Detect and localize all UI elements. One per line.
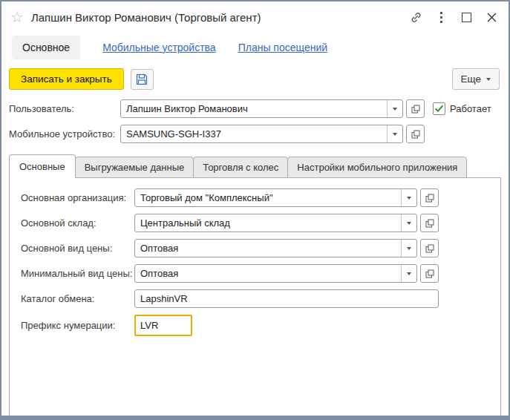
user-combo [120,99,403,118]
tab-exported-data[interactable]: Выгружаемые данные [75,157,194,178]
price-type-label: Основной вид цены: [21,243,134,254]
org-row: Основная организация: [21,188,500,207]
open-picker-icon [425,194,434,203]
open-picker-icon [425,244,434,253]
exchange-dir-input[interactable] [134,289,439,308]
min-price-type-label: Минимальный вид цены: [21,268,134,279]
device-combo [120,125,403,143]
exchange-dir-row: Каталог обмена: [21,289,500,308]
nav-item-main[interactable]: Основное [12,36,80,59]
dropdown-arrow-icon [407,247,411,250]
floppy-disk-icon [136,73,148,85]
warehouse-combo [134,214,417,232]
tab-strip: Основные Выгружаемые данные Торговля с к… [1,150,509,178]
favorite-star-icon[interactable]: ☆ [10,10,24,24]
dropdown-arrow-icon [393,133,397,136]
min-price-type-row: Минимальный вид цены: [21,264,500,283]
prefix-input[interactable] [134,315,192,336]
warehouse-row: Основной склад: [21,214,500,232]
user-picker-button[interactable] [406,99,425,118]
min-price-type-dropdown-button[interactable] [401,265,416,282]
dropdown-arrow-icon [393,108,397,111]
dropdown-arrow-icon [407,272,411,275]
more-button-label: Еще [461,73,481,85]
device-dropdown-button[interactable] [387,125,402,142]
kebab-menu-icon[interactable] [431,8,451,26]
user-label: Пользователь: [9,103,120,114]
nav-item-mobile-devices[interactable]: Мобильные устройства [102,42,216,53]
works-checkbox-box [433,102,445,115]
open-picker-icon [411,105,420,114]
org-picker-button[interactable] [420,188,439,207]
tab-van-selling[interactable]: Торговля с колес [193,157,288,178]
min-price-type-combo [134,264,417,283]
price-type-picker-button[interactable] [420,239,439,257]
device-picker-button[interactable] [406,125,425,143]
org-label: Основная организация: [21,192,134,203]
command-bar: Записать и закрыть Еще [1,65,509,96]
open-picker-icon [425,269,434,278]
org-combo [134,188,417,207]
user-dropdown-button[interactable] [387,100,402,117]
check-icon [434,104,444,114]
user-input[interactable] [121,100,387,117]
save-and-close-button[interactable]: Записать и закрыть [9,68,124,90]
dropdown-arrow-icon [407,197,411,200]
device-label: Мобильное устройство: [9,128,120,140]
user-row: Пользователь: [9,99,501,118]
dropdown-arrow-icon [407,222,411,225]
nav-bar: Основное Мобильные устройства Планы посе… [1,31,509,65]
tab-main[interactable]: Основные [9,154,76,178]
app-window: ☆ Лапшин Виктор Романович (Торговый аген… [0,0,510,420]
device-input[interactable] [121,125,387,142]
min-price-type-input[interactable] [135,265,401,282]
org-dropdown-button[interactable] [401,189,416,206]
price-type-combo [134,239,417,257]
works-checkbox[interactable]: Работает [433,102,491,115]
org-input[interactable] [135,189,401,206]
price-type-dropdown-button[interactable] [401,240,416,257]
warehouse-dropdown-button[interactable] [401,214,416,232]
open-picker-icon [411,130,420,139]
more-button[interactable]: Еще [452,68,500,90]
chevron-down-icon [486,78,491,81]
open-picker-icon [425,219,434,228]
prefix-row: Префикс нумерации: [21,315,500,336]
price-type-row: Основной вид цены: [21,239,500,257]
save-button[interactable] [131,69,154,90]
prefix-label: Префикс нумерации: [21,320,134,331]
link-icon[interactable] [406,8,425,26]
works-checkbox-label: Работает [450,103,491,114]
nav-item-visit-plans[interactable]: Планы посещений [238,42,327,53]
header-form: Пользователь: [1,96,509,143]
warehouse-picker-button[interactable] [420,214,439,232]
titlebar: ☆ Лапшин Виктор Романович (Торговый аген… [1,1,509,31]
device-row: Мобильное устройство: [9,125,501,143]
min-price-type-picker-button[interactable] [420,264,439,283]
close-icon[interactable] [482,8,501,26]
window-title: Лапшин Виктор Романович (Торговый агент) [31,11,261,24]
tab-mobile-app-settings[interactable]: Настройки мобильного приложения [287,157,467,178]
exchange-dir-label: Каталог обмена: [21,293,134,304]
restore-window-icon[interactable] [457,8,476,26]
warehouse-label: Основной склад: [21,217,134,229]
price-type-input[interactable] [135,240,401,257]
warehouse-input[interactable] [135,214,401,232]
tab-panel-main: Основная организация: Основной склад: [9,177,501,420]
